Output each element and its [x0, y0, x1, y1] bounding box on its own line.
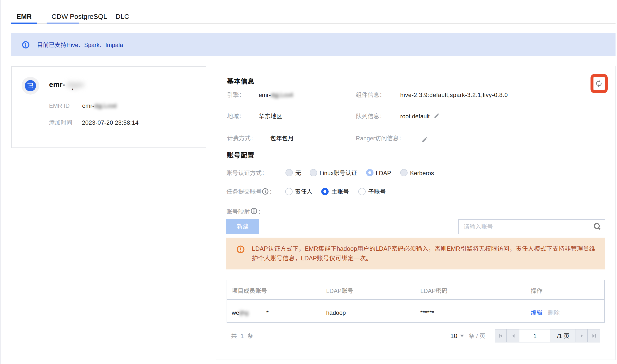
svg-text:EMR: EMR [29, 85, 32, 86]
